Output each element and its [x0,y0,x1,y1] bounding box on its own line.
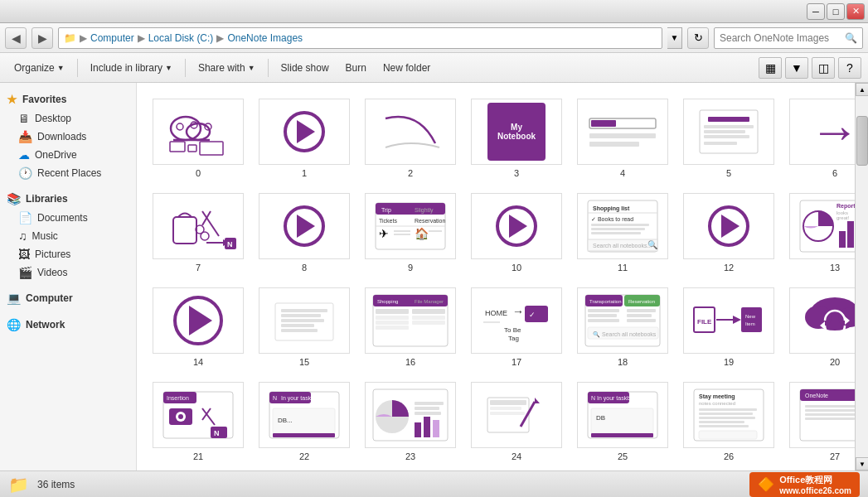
file-item-2[interactable]: 2 [361,94,460,182]
file-item-5[interactable]: 5 [679,94,778,182]
svg-rect-52 [839,231,846,248]
file-item-18[interactable]: Transportation Reservation 🔍 Search all … [573,283,672,371]
file-item-20[interactable]: 20 [785,283,855,371]
network-label: Network [26,319,65,331]
file-item-22[interactable]: N In your taskbar DB... 22 [255,378,354,466]
thumb-label-23: 23 [405,451,415,461]
breadcrumb-localdisk[interactable]: Local Disk (C:) [148,32,214,44]
thumb-27: OneNote [789,382,855,448]
svg-text:File Manager: File Manager [415,299,444,304]
sidebar-item-pictures[interactable]: 🖼 Pictures [0,245,136,263]
file-item-25[interactable]: N In your taskbar DB 25 [573,378,672,466]
file-item-15[interactable]: 15 [255,283,354,371]
svg-marker-98 [733,316,741,324]
sidebar-item-videos[interactable]: 🎬 Videos [0,263,136,282]
file-item-0[interactable]: 0 [148,94,248,182]
play-circle-8 [284,205,325,247]
sidebar-item-documents[interactable]: 📄 Documents [0,209,136,227]
maximize-button[interactable]: □ [827,3,845,20]
file-item-21[interactable]: Insertion N 21 [148,378,248,466]
sidebar-item-music[interactable]: ♫ Music [0,227,136,245]
thumb-label-27: 27 [830,451,840,461]
svg-text:Shopping list: Shopping list [593,205,630,212]
thumb-svg-13: Report looks great! [793,196,855,256]
scroll-up-arrow[interactable]: ▲ [856,83,868,96]
favorites-section[interactable]: ★ Favorites [0,89,136,109]
file-item-6[interactable]: → 6 [785,94,855,182]
view-button[interactable]: ▦ [759,57,782,79]
new-folder-button[interactable]: New folder [376,56,438,80]
thumb-svg-27: OneNote [793,385,855,445]
minimize-button[interactable]: ─ [807,3,825,20]
file-item-10[interactable]: 10 [467,189,566,277]
thumb-1 [259,99,350,165]
file-item-19[interactable]: FILE New Item 19 [679,283,778,371]
share-button[interactable]: Share with ▼ [191,56,263,80]
search-input[interactable] [720,32,841,44]
svg-rect-99 [741,307,762,332]
arrow-icon-6: → [810,107,855,157]
file-item-3[interactable]: My Notebook 3 [467,94,566,182]
scroll-thumb[interactable] [856,116,868,166]
view-dropdown-button[interactable]: ▼ [785,57,808,79]
slideshow-button[interactable]: Slide show [274,56,337,80]
file-item-16[interactable]: Shopping File Manager 16 [361,283,460,371]
breadcrumb-computer[interactable]: Computer [90,32,134,44]
preview-button[interactable]: ◫ [812,57,835,79]
breadcrumb-dropdown[interactable]: ▼ [667,27,682,49]
svg-rect-134 [490,407,521,410]
office-badge[interactable]: 🔶 Office教程网 www.office26.com [749,472,860,497]
sidebar-item-recent[interactable]: 🕐 Recent Places [0,164,136,182]
computer-section[interactable]: 💻 Computer [0,288,136,308]
thumb-label-19: 19 [724,357,734,367]
sidebar-item-desktop[interactable]: 🖥 Desktop [0,109,136,128]
file-item-14[interactable]: 14 [148,283,248,371]
sidebar-item-downloads[interactable]: 📥 Downloads [0,128,136,146]
refresh-button[interactable]: ↻ [687,27,709,49]
thumb-label-12: 12 [724,263,734,273]
svg-rect-158 [805,413,855,416]
file-item-27[interactable]: OneNote 27 [785,378,855,466]
thumb-14 [153,287,244,354]
svg-rect-17 [704,135,749,138]
svg-text:Reservation: Reservation [415,218,445,224]
file-item-24[interactable]: 24 [467,378,566,466]
file-item-11[interactable]: Shopping list ✓ Books to read Search all… [573,189,672,277]
breadcrumb-onenote[interactable]: OneNote Images [227,32,303,44]
svg-rect-53 [847,221,854,248]
file-item-7[interactable]: N 7 [148,189,248,277]
svg-rect-63 [281,329,318,332]
file-item-17[interactable]: HOME → ✓ To Be Tag 17 [467,283,566,371]
svg-rect-69 [412,309,445,314]
sidebar-item-onedrive[interactable]: ☁ OneDrive [0,146,136,164]
back-button[interactable]: ◀ [5,27,27,49]
file-item-26[interactable]: Stay meeting notes connected 26 [679,378,778,466]
file-item-8[interactable]: 8 [255,189,354,277]
svg-rect-151 [699,425,749,427]
file-item-4[interactable]: 4 [573,94,672,182]
scroll-down-arrow[interactable]: ▼ [856,457,868,470]
thumb-15 [259,287,350,354]
file-item-12[interactable]: 12 [679,189,778,277]
file-item-23[interactable]: 23 [361,378,460,466]
libraries-section[interactable]: 📚 Libraries [0,189,136,209]
network-section[interactable]: 🌐 Network [0,315,136,335]
file-item-1[interactable]: 1 [255,94,354,182]
organize-button[interactable]: Organize ▼ [7,56,72,80]
svg-rect-129 [415,422,421,437]
forward-button[interactable]: ▶ [32,27,53,49]
file-item-13[interactable]: Report looks great! 13 [785,189,855,277]
scrollbar[interactable]: ▲ ▼ [855,83,868,470]
thumb-svg-17: HOME → ✓ To Be Tag [475,291,558,350]
include-label: Include in library [90,62,162,74]
status-folder-icon: 📁 [8,475,29,495]
help-button[interactable]: ? [838,57,861,79]
close-button[interactable]: ✕ [846,3,865,20]
thumb-6: → [789,99,855,165]
burn-button[interactable]: Burn [338,56,374,80]
svg-rect-72 [376,326,409,330]
file-item-9[interactable]: Trip Slightly Tickets Reservation ✈ 🏠 [361,189,460,277]
thumb-svg-26: Stay meeting notes connected [687,385,770,445]
include-library-button[interactable]: Include in library ▼ [83,56,180,80]
thumb-svg-22: N In your taskbar DB... [263,385,346,445]
